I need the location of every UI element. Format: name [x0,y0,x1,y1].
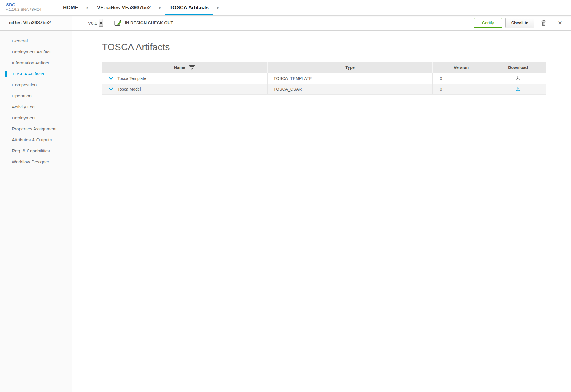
sidebar-item[interactable]: Req. & Capabilities [0,145,72,156]
page-title: TOSCA Artifacts [102,42,571,53]
checkin-button[interactable]: Check in [505,18,534,28]
workspace-toolbar: V0.1 IN DESIGN CHECK OUT Certify Check i… [72,15,571,31]
sidebar-item[interactable]: Attributes & Outputs [0,134,72,145]
sidebar-item-label: Information Artifact [12,60,49,65]
breadcrumb-tab-label: VF: ciRes-VFa3937be2 [97,5,151,11]
breadcrumb-tab[interactable]: HOME [59,0,82,15]
table-body: Tosca Template TOSCA_TEMPLATE 0 [102,73,546,95]
breadcrumb-tab[interactable]: TOSCA Artifacts [165,0,213,15]
artifact-type: TOSCA_TEMPLATE [274,76,312,81]
delete-button[interactable] [539,18,548,27]
close-icon: ✕ [558,20,562,26]
sort-icon [188,65,196,70]
spinner-down-icon [100,23,102,25]
column-header-name-label: Name [174,65,185,70]
download-icon[interactable] [515,86,520,92]
breadcrumb-tab-label: TOSCA Artifacts [170,5,209,11]
column-header-name[interactable]: Name [102,62,267,73]
breadcrumb-tab-label: HOME [63,5,78,11]
column-header-version: Version [432,62,490,73]
component-sidebar: ciRes-VFa3937be2 General Deployment Arti… [0,15,72,392]
breadcrumb: HOME ▶ VF: ciRes-VFa3937be2 ▶ TOSCA Arti… [59,0,223,15]
sidebar-item-label: Activity Log [12,104,35,109]
toolbar-divider [552,18,552,27]
sidebar-item[interactable]: Information Artifact [0,57,72,68]
version-dropdown-button[interactable] [99,19,103,27]
toolbar-divider [109,18,109,27]
sidebar-item-label: Attributes & Outputs [12,137,52,142]
cell-download [490,73,546,84]
cell-type: TOSCA_CSAR [267,84,432,94]
cell-name: Tosca Model [102,84,267,94]
breadcrumb-arrow-icon: ▶ [217,0,219,15]
cell-download [490,84,546,94]
sidebar-item-label: Properties Assignment [12,126,57,131]
breadcrumb-arrow-icon: ▶ [159,0,161,15]
sidebar-item-label: TOSCA Artifacts [12,71,44,76]
cell-type: TOSCA_TEMPLATE [267,73,432,84]
sidebar-item[interactable]: Deployment [0,112,72,123]
expand-chevron-icon[interactable] [108,77,114,80]
close-button[interactable]: ✕ [556,18,564,27]
download-icon[interactable] [515,76,520,81]
artifact-version: 0 [440,76,442,81]
sidebar-item-label: Req. & Capabilities [12,148,50,153]
sidebar-item[interactable]: Workflow Designer [0,156,72,167]
lifecycle-status: IN DESIGN CHECK OUT [125,21,173,25]
sidebar-item[interactable]: General [0,35,72,46]
sidebar-item[interactable]: Operation [0,90,72,101]
app-version: v.1.16.2-SNAPSHOT [6,7,59,12]
top-header: SDC v.1.16.2-SNAPSHOT HOME ▶ VF: ciRes-V… [0,0,571,15]
cell-version: 0 [432,84,490,94]
sidebar-item-label: Deployment [12,115,36,120]
column-header-type-label: Type [345,65,355,70]
artifact-type: TOSCA_CSAR [274,87,302,92]
artifact-name: Tosca Model [117,87,141,92]
sidebar-item-label: Operation [12,93,32,98]
sidebar-item[interactable]: Composition [0,79,72,90]
version-label: V0.1 [88,21,97,26]
cell-name: Tosca Template [102,73,267,84]
checkout-status-icon [114,19,122,26]
sidebar-item-label: Composition [12,82,37,87]
sidebar-item-label: Deployment Artifact [12,49,51,54]
certify-button[interactable]: Certify [474,18,502,28]
main-content: TOSCA Artifacts Name Type Version Downlo… [72,31,571,392]
tosca-artifacts-table: Name Type Version Download [102,62,546,210]
column-header-version-label: Version [454,65,469,70]
breadcrumb-arrow-icon: ▶ [87,0,89,15]
column-header-download: Download [490,62,546,73]
expand-chevron-icon[interactable] [108,87,114,91]
spinner-up-icon [100,21,102,23]
component-name: ciRes-VFa3937be2 [0,15,72,31]
table-row: Tosca Model TOSCA_CSAR 0 [102,84,546,95]
table-header-row: Name Type Version Download [102,62,546,73]
sidebar-item[interactable]: Activity Log [0,101,72,112]
sidebar-menu: General Deployment Artifact Information … [0,31,72,167]
column-header-type: Type [267,62,432,73]
table-row: Tosca Template TOSCA_TEMPLATE 0 [102,73,546,84]
app-title: SDC [6,2,59,7]
sdc-logo: SDC v.1.16.2-SNAPSHOT [0,0,59,15]
cell-version: 0 [432,73,490,84]
column-header-download-label: Download [508,65,528,70]
sidebar-item-label: Workflow Designer [12,159,49,164]
artifact-name: Tosca Template [117,76,146,81]
sidebar-item[interactable]: Deployment Artifact [0,46,72,57]
artifact-version: 0 [440,87,442,92]
sidebar-item[interactable]: TOSCA Artifacts [0,68,72,79]
sidebar-item[interactable]: Properties Assignment [0,123,72,134]
version-selector[interactable]: V0.1 [88,19,103,27]
breadcrumb-tab[interactable]: VF: ciRes-VFa3937be2 [93,0,155,15]
trash-icon [540,20,547,26]
sidebar-item-label: General [12,38,28,43]
